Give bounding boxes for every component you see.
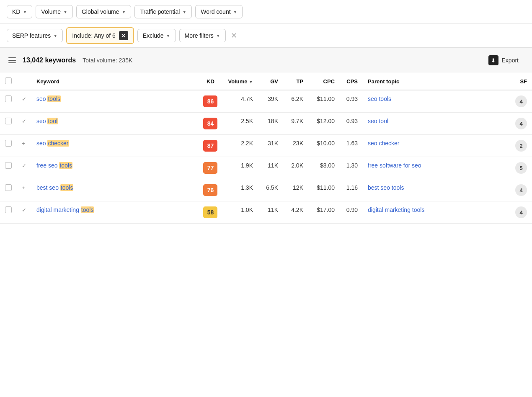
row-checkbox-cell — [0, 157, 17, 179]
row-volume-cell: 1.0K — [223, 201, 258, 224]
row-cps-cell: 1.30 — [340, 157, 363, 179]
kd-badge: 86 — [203, 95, 217, 107]
traffic-potential-filter-label: Traffic potential — [140, 8, 180, 15]
row-kd-cell: 84 — [198, 113, 223, 135]
header-cpc: CPC — [308, 73, 340, 90]
kd-filter-label: KD — [12, 8, 20, 15]
row-checkbox[interactable] — [5, 95, 12, 102]
row-checkbox-cell — [0, 201, 17, 224]
row-parent-topic-cell: seo checker — [363, 135, 510, 157]
parent-topic-link[interactable]: seo checker — [368, 140, 399, 147]
kd-badge: 76 — [203, 184, 217, 196]
keyword-highlight: tool — [47, 118, 58, 124]
table-row: ✓seo tools864.7K39K6.2K$11.000.93seo too… — [0, 90, 532, 113]
parent-topic-link[interactable]: free software for seo — [368, 162, 421, 169]
checkmark-icon: ✓ — [22, 118, 26, 124]
row-checkbox[interactable] — [5, 140, 12, 147]
keyword-link[interactable]: free seo tools — [36, 162, 72, 169]
row-gv-cell: 11K — [258, 157, 283, 179]
serp-features-filter-label: SERP features — [12, 32, 51, 39]
row-checkbox[interactable] — [5, 206, 12, 213]
checkmark-icon: ✓ — [22, 207, 26, 213]
volume-filter-label: Volume — [41, 8, 61, 15]
global-volume-filter-button[interactable]: Global volume ▼ — [76, 5, 131, 18]
export-button[interactable]: ⬇ Export — [483, 53, 524, 68]
row-cpc-cell: $11.00 — [308, 90, 340, 113]
keyword-link[interactable]: seo checker — [36, 140, 69, 147]
row-volume-cell: 1.9K — [223, 157, 258, 179]
word-count-chevron-icon: ▼ — [233, 10, 238, 14]
checkmark-icon: ✓ — [22, 96, 26, 102]
row-checkbox[interactable] — [5, 184, 12, 191]
kd-filter-button[interactable]: KD ▼ — [7, 5, 32, 18]
header-checkbox-cell — [0, 73, 17, 90]
exclude-chevron-icon: ▼ — [166, 34, 170, 38]
hamburger-menu-icon[interactable] — [8, 57, 16, 63]
serp-features-filter-button[interactable]: SERP features ▼ — [7, 29, 63, 42]
row-parent-topic-cell: seo tool — [363, 113, 510, 135]
row-status-cell: ✓ — [17, 201, 31, 224]
row-cps-cell: 0.90 — [340, 201, 363, 224]
row-gv-cell: 6.5K — [258, 179, 283, 201]
row-cpc-cell: $10.00 — [308, 135, 340, 157]
serp-chevron-icon: ▼ — [53, 34, 57, 38]
select-all-checkbox[interactable] — [5, 77, 12, 84]
row-status-cell: ✓ — [17, 90, 31, 113]
table-row: ✓free seo tools771.9K11K2.0K$8.001.30fre… — [0, 157, 532, 179]
row-cpc-cell: $12.00 — [308, 113, 340, 135]
filter-row-2: SERP features ▼ Include: Any of 6 ✕ Excl… — [0, 24, 532, 48]
row-checkbox-cell — [0, 90, 17, 113]
row-checkbox[interactable] — [5, 162, 12, 169]
row-tp-cell: 6.2K — [283, 90, 308, 113]
header-keyword: Keyword — [31, 73, 198, 90]
row-parent-topic-cell: digital marketing tools — [363, 201, 510, 224]
row-kd-cell: 86 — [198, 90, 223, 113]
row-keyword-cell: digital marketing tools — [31, 201, 198, 224]
sf-badge: 2 — [515, 140, 527, 152]
row-tp-cell: 9.7K — [283, 113, 308, 135]
parent-topic-link[interactable]: seo tools — [368, 95, 391, 102]
volume-chevron-icon: ▼ — [63, 10, 67, 14]
include-filter-button[interactable]: Include: Any of 6 ✕ — [66, 27, 134, 44]
row-keyword-cell: seo tools — [31, 90, 198, 113]
keywords-count: 13,042 keywords — [23, 57, 76, 64]
keyword-link[interactable]: seo tool — [36, 118, 58, 124]
table-header-bar: 13,042 keywords Total volume: 235K ⬇ Exp… — [0, 48, 532, 73]
row-cps-cell: 1.63 — [340, 135, 363, 157]
traffic-potential-filter-button[interactable]: Traffic potential ▼ — [134, 5, 192, 18]
clear-all-button[interactable]: ✕ — [229, 29, 239, 42]
keyword-link[interactable]: seo tools — [36, 95, 61, 102]
row-sf-cell: 4 — [510, 179, 532, 201]
word-count-filter-button[interactable]: Word count ▼ — [195, 5, 243, 18]
row-status-cell: ✓ — [17, 157, 31, 179]
sf-badge: 4 — [515, 118, 527, 129]
row-checkbox[interactable] — [5, 118, 12, 124]
parent-topic-link[interactable]: seo tool — [368, 118, 388, 124]
row-keyword-cell: best seo tools — [31, 179, 198, 201]
header-status-cell — [17, 73, 31, 90]
keyword-highlight: checker — [47, 140, 69, 147]
volume-filter-button[interactable]: Volume ▼ — [36, 5, 73, 18]
row-sf-cell: 2 — [510, 135, 532, 157]
row-cpc-cell: $17.00 — [308, 201, 340, 224]
more-filters-button[interactable]: More filters ▼ — [179, 29, 226, 42]
exclude-filter-button[interactable]: Exclude ▼ — [137, 29, 176, 42]
row-checkbox-cell — [0, 135, 17, 157]
keyword-highlight: tools — [60, 184, 74, 191]
keyword-link[interactable]: digital marketing tools — [36, 206, 94, 213]
keyword-link[interactable]: best seo tools — [36, 184, 73, 191]
row-cps-cell: 0.93 — [340, 113, 363, 135]
row-keyword-cell: seo tool — [31, 113, 198, 135]
row-gv-cell: 11K — [258, 201, 283, 224]
plus-icon: + — [22, 185, 25, 191]
keyword-highlight: tools — [47, 95, 61, 102]
export-label: Export — [502, 57, 519, 64]
row-checkbox-cell — [0, 179, 17, 201]
more-filters-label: More filters — [185, 32, 214, 39]
parent-topic-link[interactable]: digital marketing tools — [368, 206, 424, 213]
header-tp: TP — [283, 73, 308, 90]
include-close-button[interactable]: ✕ — [119, 31, 128, 40]
parent-topic-link[interactable]: best seo tools — [368, 184, 404, 191]
row-checkbox-cell — [0, 113, 17, 135]
header-volume[interactable]: Volume ▼ — [223, 73, 258, 90]
